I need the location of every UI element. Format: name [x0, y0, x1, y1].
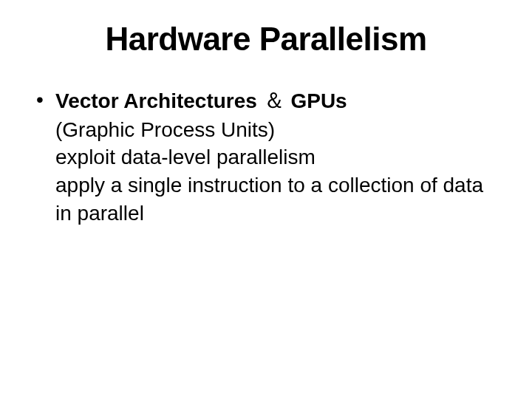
- bullet-subline-1: (Graphic Process Units): [33, 116, 499, 144]
- bullet-marker: •: [33, 86, 55, 114]
- ampersand: ＆: [263, 88, 285, 112]
- headline-part1: Vector Architectures: [55, 89, 257, 112]
- bullet-headline-text: Vector Architectures ＆ GPUs: [55, 86, 499, 116]
- bullet-item: • Vector Architectures ＆ GPUs (Graphic P…: [33, 86, 499, 228]
- bullet-subline-2: exploit data-level parallelism: [33, 143, 499, 171]
- bullet-headline: • Vector Architectures ＆ GPUs: [33, 86, 499, 116]
- bullet-subline-3: apply a single instruction to a collecti…: [33, 171, 499, 228]
- headline-part2: GPUs: [290, 89, 347, 112]
- page-title: Hardware Parallelism: [33, 21, 499, 58]
